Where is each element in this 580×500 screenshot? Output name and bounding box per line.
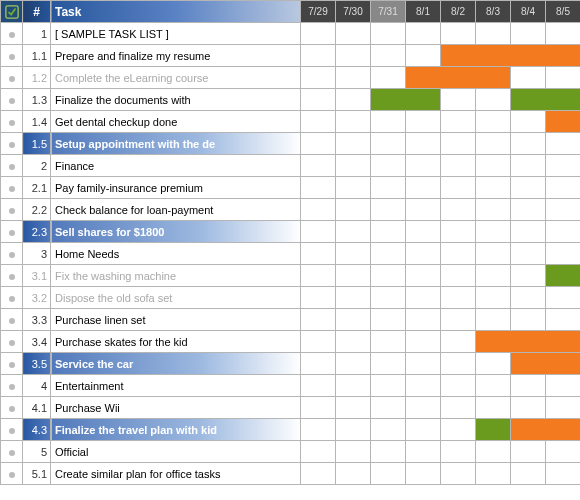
task-cell[interactable]: Prepare and finalize my resume: [51, 45, 301, 67]
date-cell[interactable]: [511, 221, 546, 243]
task-cell[interactable]: Create similar plan for office tasks: [51, 463, 301, 485]
date-cell[interactable]: [441, 353, 476, 375]
date-cell[interactable]: [336, 353, 371, 375]
date-cell[interactable]: [336, 463, 371, 485]
date-cell[interactable]: [476, 243, 511, 265]
date-cell[interactable]: [476, 265, 511, 287]
date-cell[interactable]: [371, 111, 406, 133]
check-cell[interactable]: [1, 199, 23, 221]
num-cell[interactable]: 1: [23, 23, 51, 45]
num-cell[interactable]: 3.3: [23, 309, 51, 331]
gantt-bar[interactable]: [371, 89, 441, 111]
date-cell[interactable]: [546, 199, 581, 221]
date-cell[interactable]: [441, 331, 476, 353]
date-cell[interactable]: [301, 111, 336, 133]
date-cell[interactable]: [371, 419, 406, 441]
date-cell[interactable]: [371, 265, 406, 287]
date-cell[interactable]: [371, 155, 406, 177]
table-row[interactable]: 5.1Create similar plan for office tasks: [1, 463, 581, 485]
date-cell[interactable]: [546, 463, 581, 485]
date-cell[interactable]: [301, 133, 336, 155]
date-cell[interactable]: [371, 221, 406, 243]
date-cell[interactable]: [371, 463, 406, 485]
date-cell[interactable]: [476, 441, 511, 463]
date-cell[interactable]: [301, 419, 336, 441]
date-cell[interactable]: [371, 441, 406, 463]
date-cell[interactable]: [301, 23, 336, 45]
date-cell[interactable]: [336, 265, 371, 287]
task-cell[interactable]: Sell shares for $1800: [51, 221, 301, 243]
date-cell[interactable]: [441, 309, 476, 331]
date-cell[interactable]: [441, 265, 476, 287]
task-cell[interactable]: Service the car: [51, 353, 301, 375]
check-cell[interactable]: [1, 265, 23, 287]
gantt-bar[interactable]: [511, 419, 581, 441]
date-cell[interactable]: [476, 287, 511, 309]
num-cell[interactable]: 1.5: [23, 133, 51, 155]
date-cell[interactable]: [476, 463, 511, 485]
task-cell[interactable]: Check balance for loan-payment: [51, 199, 301, 221]
check-cell[interactable]: [1, 45, 23, 67]
date-cell[interactable]: [336, 441, 371, 463]
date-cell[interactable]: [406, 199, 441, 221]
num-cell[interactable]: 1.3: [23, 89, 51, 111]
task-gantt-table[interactable]: # Task 7/297/307/318/18/28/38/48/5 1[ SA…: [0, 0, 580, 485]
task-cell[interactable]: Purchase linen set: [51, 309, 301, 331]
date-cell[interactable]: [406, 375, 441, 397]
date-cell[interactable]: [301, 287, 336, 309]
date-cell[interactable]: [371, 331, 406, 353]
num-cell[interactable]: 3.1: [23, 265, 51, 287]
date-cell[interactable]: [546, 67, 581, 89]
date-cell[interactable]: [371, 287, 406, 309]
date-cell[interactable]: [511, 375, 546, 397]
date-cell[interactable]: [546, 397, 581, 419]
task-cell[interactable]: Entertainment: [51, 375, 301, 397]
date-cell[interactable]: [441, 463, 476, 485]
col-date-header[interactable]: 8/1: [406, 1, 441, 23]
date-cell[interactable]: [511, 133, 546, 155]
date-cell[interactable]: [511, 23, 546, 45]
task-cell[interactable]: Finalize the travel plan with kid: [51, 419, 301, 441]
date-cell[interactable]: [336, 155, 371, 177]
check-cell[interactable]: [1, 287, 23, 309]
date-cell[interactable]: [336, 309, 371, 331]
date-cell[interactable]: [476, 397, 511, 419]
date-cell[interactable]: [441, 155, 476, 177]
table-row[interactable]: 3.1Fix the washing machine: [1, 265, 581, 287]
date-cell[interactable]: [406, 155, 441, 177]
gantt-bar[interactable]: [441, 45, 581, 67]
date-cell[interactable]: [441, 243, 476, 265]
date-cell[interactable]: [546, 177, 581, 199]
table-row[interactable]: 2.3Sell shares for $1800: [1, 221, 581, 243]
date-cell[interactable]: [406, 441, 441, 463]
date-cell[interactable]: [441, 133, 476, 155]
date-cell[interactable]: [301, 177, 336, 199]
date-cell[interactable]: [301, 353, 336, 375]
date-cell[interactable]: [301, 463, 336, 485]
num-cell[interactable]: 3: [23, 243, 51, 265]
check-cell[interactable]: [1, 133, 23, 155]
table-row[interactable]: 2.1Pay family-insurance premium: [1, 177, 581, 199]
date-cell[interactable]: [511, 111, 546, 133]
check-cell[interactable]: [1, 309, 23, 331]
date-cell[interactable]: [336, 111, 371, 133]
date-cell[interactable]: [511, 177, 546, 199]
date-cell[interactable]: [406, 265, 441, 287]
date-cell[interactable]: [301, 441, 336, 463]
date-cell[interactable]: [511, 463, 546, 485]
date-cell[interactable]: [476, 155, 511, 177]
date-cell[interactable]: [476, 23, 511, 45]
task-cell[interactable]: Purchase skates for the kid: [51, 331, 301, 353]
check-cell[interactable]: [1, 397, 23, 419]
date-cell[interactable]: [301, 397, 336, 419]
date-cell[interactable]: [371, 243, 406, 265]
date-cell[interactable]: [371, 309, 406, 331]
date-cell[interactable]: [301, 221, 336, 243]
date-cell[interactable]: [511, 199, 546, 221]
col-task-header[interactable]: Task: [51, 1, 301, 23]
task-cell[interactable]: Pay family-insurance premium: [51, 177, 301, 199]
check-cell[interactable]: [1, 111, 23, 133]
date-cell[interactable]: [441, 89, 476, 111]
task-cell[interactable]: Finance: [51, 155, 301, 177]
check-cell[interactable]: [1, 441, 23, 463]
